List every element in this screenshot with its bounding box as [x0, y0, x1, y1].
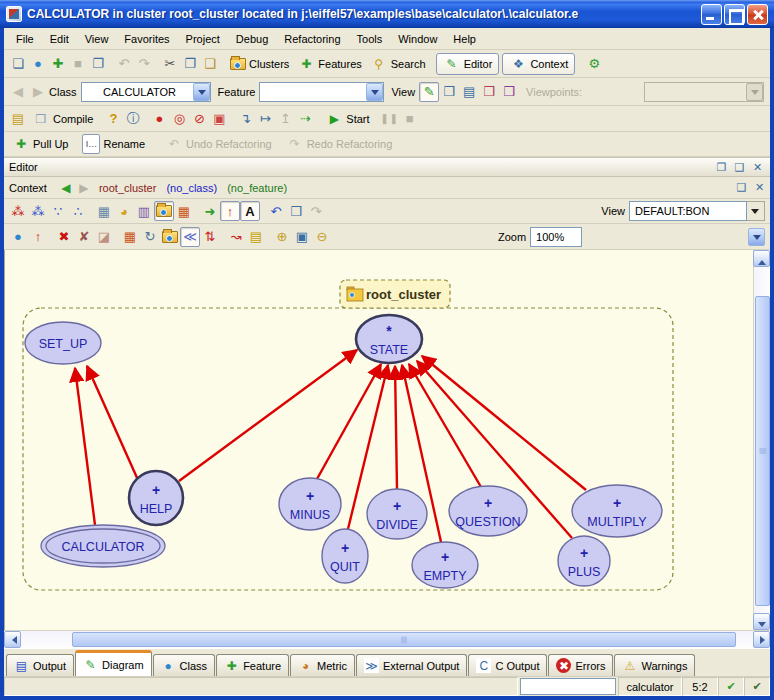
- aggregate-link-tool-icon[interactable]: ∴: [68, 201, 88, 221]
- tab-warnings[interactable]: ⚠ Warnings: [614, 654, 695, 676]
- redo-icon[interactable]: ↷: [134, 54, 154, 74]
- editor-toggle-button[interactable]: ✎ Editor: [436, 53, 500, 75]
- text-view-icon[interactable]: ✎: [419, 82, 439, 102]
- inheritance-tool-button[interactable]: ↑: [220, 201, 240, 221]
- goto-icon[interactable]: ➜: [200, 201, 220, 221]
- remove-breakpoints-icon[interactable]: ⊘: [189, 109, 209, 129]
- class-node-empty[interactable]: +EMPTY: [412, 542, 478, 588]
- colors-icon[interactable]: ▦: [120, 227, 140, 247]
- external-commands-icon[interactable]: ⚙: [584, 54, 604, 74]
- clusters-button[interactable]: Clusters: [226, 53, 293, 75]
- inherit-link-multiply-state[interactable]: [422, 356, 586, 490]
- tab-diagram[interactable]: ✎ Diagram: [75, 650, 152, 676]
- inherit-link-help-set_up[interactable]: [87, 366, 138, 480]
- tab-class[interactable]: ● Class: [153, 654, 216, 676]
- close-pane-icon[interactable]: ✕: [752, 180, 767, 195]
- rotate-icon[interactable]: ↻: [140, 227, 160, 247]
- undo-icon[interactable]: ↶: [266, 201, 286, 221]
- cluster-tag[interactable]: root_cluster: [340, 280, 450, 308]
- paste-icon[interactable]: ❑: [200, 54, 220, 74]
- diagram-view-combo[interactable]: DEFAULT:BON: [629, 201, 747, 221]
- disable-breakpoints-icon[interactable]: ◎: [169, 109, 189, 129]
- text-tool-button[interactable]: A: [240, 201, 260, 221]
- straighten-links-icon[interactable]: ⇅: [200, 227, 220, 247]
- class-node-multiply[interactable]: +MULTIPLY: [572, 485, 662, 537]
- scroll-down-icon[interactable]: [753, 613, 770, 630]
- remove-anchor-icon[interactable]: ✘: [74, 227, 94, 247]
- inherit-link-question-state[interactable]: [409, 364, 481, 487]
- menu-view[interactable]: View: [77, 30, 117, 48]
- class-legend-icon[interactable]: ◕: [114, 201, 134, 221]
- vertical-scrollbar[interactable]: [753, 250, 770, 630]
- cut-icon[interactable]: ✂: [160, 54, 180, 74]
- center-diagram-button[interactable]: ≪: [180, 227, 200, 247]
- menu-help[interactable]: Help: [445, 30, 484, 48]
- save-icon[interactable]: ■: [68, 54, 88, 74]
- contract-view-icon[interactable]: ❒: [479, 82, 499, 102]
- compile-button[interactable]: ❒ Compile: [28, 108, 97, 130]
- menu-refactoring[interactable]: Refactoring: [276, 30, 348, 48]
- close-pane-icon[interactable]: ✕: [750, 160, 765, 175]
- history-forward-icon[interactable]: ▶: [75, 178, 93, 198]
- run-to-cursor-icon[interactable]: ⇢: [295, 109, 315, 129]
- client-link-tool-icon[interactable]: ∵: [48, 201, 68, 221]
- context-toggle-button[interactable]: ❖ Context: [502, 53, 575, 75]
- project-settings-icon[interactable]: ▤: [8, 109, 28, 129]
- pull-up-button[interactable]: ✚ Pull Up: [8, 133, 72, 155]
- chevron-down-icon[interactable]: [747, 201, 765, 221]
- eraser-icon[interactable]: ◪: [94, 227, 114, 247]
- tab-c-output[interactable]: C C Output: [468, 654, 547, 676]
- breadcrumb-cluster[interactable]: root_cluster: [99, 182, 156, 194]
- diagram-history-icon[interactable]: ❒: [286, 201, 306, 221]
- show-breakpoints-icon[interactable]: ▣: [209, 109, 229, 129]
- menu-window[interactable]: Window: [390, 30, 445, 48]
- class-node-plus[interactable]: +PLUS: [558, 536, 610, 586]
- tab-metric[interactable]: ◕ Metric: [290, 654, 355, 676]
- scroll-right-icon[interactable]: [753, 631, 770, 648]
- bon-uml-toggle-icon[interactable]: ●: [8, 227, 28, 247]
- zoom-selection-button[interactable]: [160, 227, 180, 247]
- back-icon[interactable]: ◀: [8, 82, 28, 102]
- rename-button[interactable]: I… Rename: [78, 133, 149, 155]
- tab-errors[interactable]: ✖ Errors: [548, 654, 613, 676]
- class-node-help[interactable]: +HELP: [129, 471, 183, 525]
- inherit-link-calculator-set_up[interactable]: [75, 368, 95, 525]
- add-inheritance-icon[interactable]: ↑: [28, 227, 48, 247]
- bon-diagram[interactable]: *STATESET_UP+HELPCALCULATOR+MINUS+QUIT+D…: [5, 250, 753, 630]
- class-node-calculator[interactable]: CALCULATOR: [41, 525, 165, 567]
- breadcrumb-class[interactable]: (no_class): [166, 182, 217, 194]
- start-button[interactable]: ▶ Start: [321, 108, 373, 130]
- bon-class-tool-icon[interactable]: ⁂: [28, 201, 48, 221]
- diagram-canvas[interactable]: *STATESET_UP+HELPCALCULATOR+MINUS+QUIT+D…: [5, 250, 753, 630]
- redo-refactoring-button[interactable]: ↷ Redo Refactoring: [282, 133, 397, 155]
- undo-icon[interactable]: ↶: [114, 54, 134, 74]
- flat-view-icon[interactable]: ▤: [459, 82, 479, 102]
- pause-icon[interactable]: ❚❚: [380, 109, 400, 129]
- zoom-combo[interactable]: 100%: [530, 227, 582, 247]
- vertical-scroll-thumb[interactable]: [755, 296, 770, 606]
- bon-cluster-tool-icon[interactable]: ⁂: [8, 201, 28, 221]
- link-tool-icon[interactable]: ↝: [226, 227, 246, 247]
- float-pane-icon[interactable]: ❐: [714, 160, 729, 175]
- class-node-minus[interactable]: +MINUS: [279, 478, 341, 530]
- class-node-state[interactable]: *STATE: [356, 315, 422, 363]
- history-back-icon[interactable]: ◀: [57, 178, 75, 198]
- clickable-view-icon[interactable]: ❒: [439, 82, 459, 102]
- feature-combo[interactable]: [259, 82, 384, 102]
- export-image-icon[interactable]: ▦: [94, 201, 114, 221]
- step-over-icon[interactable]: ↦: [255, 109, 275, 129]
- scroll-left-icon[interactable]: [4, 631, 21, 648]
- maximize-pane-icon[interactable]: ❑: [732, 160, 747, 175]
- open-system-icon[interactable]: ●: [28, 54, 48, 74]
- forward-icon[interactable]: ▶: [28, 82, 48, 102]
- tab-external-output[interactable]: ≫ External Output: [356, 654, 467, 676]
- info-icon[interactable]: ⓘ: [123, 109, 143, 129]
- delete-icon[interactable]: ✖: [54, 227, 74, 247]
- add-item-icon[interactable]: ✚: [48, 54, 68, 74]
- class-node-question[interactable]: +QUESTION: [449, 486, 527, 536]
- uml-view-icon[interactable]: ▥: [134, 201, 154, 221]
- titlebar[interactable]: CALCULATOR in cluster root_cluster locat…: [0, 0, 774, 28]
- tab-output[interactable]: ▤ Output: [6, 654, 74, 676]
- last-error-icon[interactable]: ?: [103, 109, 123, 129]
- class-combo[interactable]: CALCULATOR: [81, 82, 211, 102]
